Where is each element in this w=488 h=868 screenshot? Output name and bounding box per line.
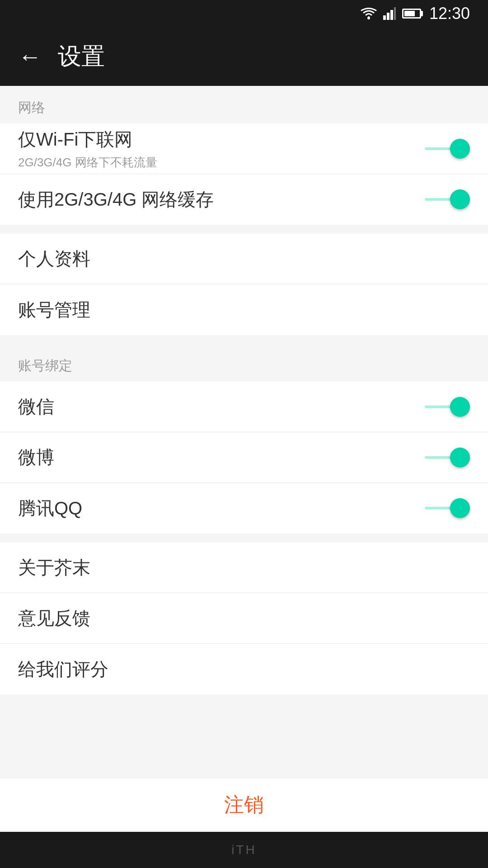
divider-2 xyxy=(0,335,488,344)
rate-title: 给我们评分 xyxy=(18,657,108,682)
wifi-only-toggle[interactable] xyxy=(425,139,470,159)
settings-content: 网络 仅Wi-Fi下联网 2G/3G/4G 网络下不耗流量 使用2G/3G/4G… xyxy=(0,86,488,778)
app-bar: ← 设置 xyxy=(0,27,488,86)
about-title: 关于芥末 xyxy=(18,555,90,580)
settings-item-feedback[interactable]: 意见反馈 xyxy=(0,593,488,644)
status-time: 12:30 xyxy=(429,4,470,23)
weibo-toggle[interactable] xyxy=(425,448,470,467)
feedback-title: 意见反馈 xyxy=(18,606,90,631)
svg-rect-4 xyxy=(394,7,396,20)
svg-point-0 xyxy=(367,17,370,19)
account-mgmt-title: 账号管理 xyxy=(18,297,90,322)
svg-rect-2 xyxy=(387,13,389,20)
logout-button[interactable]: 注销 xyxy=(224,792,264,818)
settings-item-personal-info[interactable]: 个人资料 xyxy=(0,234,488,284)
bottom-bar: 注销 xyxy=(0,778,488,832)
wifi-only-title: 仅Wi-Fi下联网 xyxy=(18,127,157,152)
status-icons xyxy=(361,7,421,20)
settings-item-wifi-only[interactable]: 仅Wi-Fi下联网 2G/3G/4G 网络下不耗流量 xyxy=(0,123,488,174)
page-title: 设置 xyxy=(58,41,105,72)
status-bar: 12:30 xyxy=(0,0,488,27)
mobile-cache-toggle[interactable] xyxy=(425,189,470,209)
signal-icon xyxy=(383,7,396,20)
back-button[interactable]: ← xyxy=(18,45,42,68)
section-header-binding: 账号绑定 xyxy=(0,344,488,382)
wechat-toggle[interactable] xyxy=(425,397,470,417)
network-group: 仅Wi-Fi下联网 2G/3G/4G 网络下不耗流量 使用2G/3G/4G 网络… xyxy=(0,123,488,225)
svg-rect-3 xyxy=(390,10,393,20)
qq-title: 腾讯QQ xyxy=(18,496,82,521)
settings-item-account-mgmt[interactable]: 账号管理 xyxy=(0,284,488,335)
bottom-nav-hint: iTH xyxy=(0,832,488,868)
section-header-network: 网络 xyxy=(0,86,488,123)
wifi-icon xyxy=(361,7,377,20)
wechat-title: 微信 xyxy=(18,394,54,419)
qq-toggle[interactable] xyxy=(425,498,470,518)
settings-item-mobile-cache[interactable]: 使用2G/3G/4G 网络缓存 xyxy=(0,174,488,225)
personal-info-title: 个人资料 xyxy=(18,246,90,271)
settings-item-weibo[interactable]: 微博 xyxy=(0,432,488,483)
settings-item-wechat[interactable]: 微信 xyxy=(0,382,488,432)
profile-group: 个人资料 账号管理 xyxy=(0,234,488,335)
binding-group: 微信 微博 腾讯QQ xyxy=(0,382,488,533)
weibo-title: 微博 xyxy=(18,445,54,470)
settings-item-rate[interactable]: 给我们评分 xyxy=(0,644,488,694)
about-group: 关于芥末 意见反馈 给我们评分 xyxy=(0,542,488,694)
divider-3 xyxy=(0,533,488,542)
settings-item-about[interactable]: 关于芥末 xyxy=(0,542,488,593)
battery-icon xyxy=(402,9,421,19)
svg-rect-1 xyxy=(383,15,386,20)
bottom-nav-text: iTH xyxy=(231,843,257,857)
wifi-only-subtitle: 2G/3G/4G 网络下不耗流量 xyxy=(18,155,157,170)
divider-1 xyxy=(0,225,488,234)
mobile-cache-title: 使用2G/3G/4G 网络缓存 xyxy=(18,187,214,212)
settings-item-qq[interactable]: 腾讯QQ xyxy=(0,483,488,533)
